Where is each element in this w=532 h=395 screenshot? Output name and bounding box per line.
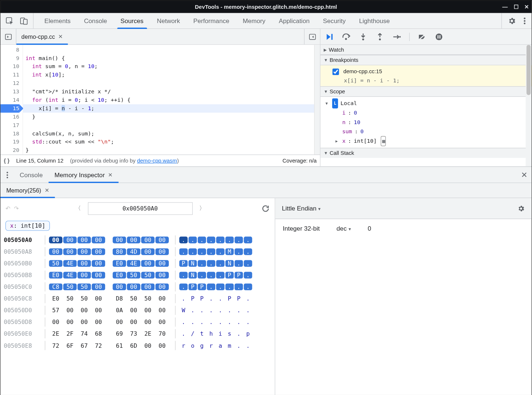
page-prev-icon[interactable]: 〈	[75, 205, 81, 212]
file-tab-label: demo-cpp.cc	[21, 33, 55, 40]
scope-var-x[interactable]: ▶x: int[10]▦	[335, 136, 531, 146]
svg-rect-8	[331, 34, 332, 40]
svg-rect-16	[439, 35, 440, 38]
refresh-icon[interactable]	[261, 204, 270, 213]
watch-section-header[interactable]: ▶Watch	[320, 45, 532, 55]
tab-elements[interactable]: Elements	[38, 13, 77, 28]
deactivate-breakpoints-icon[interactable]	[417, 31, 427, 41]
file-tab-strip: demo-cpp.cc ✕	[0, 29, 320, 45]
scope-section-header[interactable]: ▼Scope	[320, 86, 532, 97]
file-tab-demo-cpp[interactable]: demo-cpp.cc ✕	[16, 29, 68, 44]
settings-gear-icon[interactable]	[508, 16, 516, 25]
scope-local-header[interactable]: ▼L Local	[325, 98, 532, 108]
window-title: DevTools - memory-inspector.glitch.me/de…	[195, 4, 337, 10]
svg-point-17	[6, 172, 8, 173]
debugger-toggle-icon[interactable]	[304, 29, 320, 44]
drawer-more-icon[interactable]	[0, 167, 14, 182]
close-icon[interactable]: ✕	[58, 34, 63, 40]
window-minimize-icon[interactable]: —	[502, 4, 508, 10]
value-panel-header: Little Endian ▾	[275, 198, 532, 219]
code-editor[interactable]: int main() { int sum = 0, n = 10; int x[…	[23, 45, 314, 154]
svg-point-10	[362, 38, 364, 40]
pause-on-exceptions-icon[interactable]	[434, 31, 444, 41]
svg-point-3	[524, 17, 526, 19]
breakpoint-label: demo-cpp.cc:15	[343, 68, 382, 74]
breakpoints-section-header[interactable]: ▼Breakpoints	[320, 55, 532, 66]
address-input[interactable]: 0x005050A0	[88, 202, 193, 215]
breakpoint-checkbox[interactable]	[332, 68, 339, 75]
editor-status-bar: { } Line 15, Column 12 (provided via deb…	[0, 154, 320, 166]
drawer-tab-console[interactable]: Console	[14, 167, 49, 182]
object-highlight-tag[interactable]: x: int[10]	[5, 221, 50, 231]
step-icon[interactable]	[392, 31, 402, 41]
tab-security[interactable]: Security	[316, 13, 353, 28]
wasm-link[interactable]: demo-cpp.wasm	[137, 157, 177, 164]
history-back-icon[interactable]: ↶	[5, 205, 11, 212]
scope-var-n[interactable]: n: 10	[335, 118, 531, 127]
main-tab-strip: ElementsConsoleSourcesNetworkPerformance…	[0, 13, 532, 29]
cursor-position: Line 15, Column 12	[16, 157, 63, 164]
reveal-in-memory-icon[interactable]: ▦	[381, 136, 386, 146]
tab-memory[interactable]: Memory	[236, 13, 272, 28]
scope-var-sum[interactable]: sum: 0	[335, 127, 531, 136]
endianness-toggle[interactable]: Little Endian ▾	[282, 205, 321, 212]
step-over-icon[interactable]	[341, 31, 351, 41]
svg-point-11	[379, 38, 381, 40]
hex-row[interactable]: 005050E8726F6772616D0000rogram..	[4, 340, 271, 351]
tab-performance[interactable]: Performance	[187, 13, 236, 28]
drawer-tab-memory-inspector[interactable]: Memory Inspector✕	[49, 167, 119, 182]
hex-row[interactable]: 005050C8E0505000D8505000.PP..PP.	[4, 293, 271, 305]
drawer-tab-strip: Console Memory Inspector✕ ✕	[0, 167, 532, 183]
debug-toolbar	[320, 29, 532, 45]
hex-row[interactable]: 005050D0570000000A000000W.......	[4, 305, 271, 316]
more-menu-icon[interactable]	[524, 16, 526, 25]
scrollbar-vertical[interactable]	[314, 45, 320, 154]
svg-point-9	[345, 38, 347, 40]
window-titlebar: DevTools - memory-inspector.glitch.me/de…	[0, 0, 532, 13]
debug-info-source: (provided via debug info by demo-cpp.was…	[70, 157, 179, 164]
navigator-toggle-icon[interactable]	[0, 29, 16, 44]
window-maximize-icon[interactable]: ☐	[514, 4, 519, 10]
hex-row[interactable]: 005050A00000000000000000........	[4, 234, 271, 246]
value-panel-body: Integer 32-bit dec ▾ 0	[275, 219, 532, 238]
device-toolbar-icon[interactable]	[20, 16, 28, 25]
tab-network[interactable]: Network	[150, 13, 187, 28]
page-next-icon[interactable]: 〉	[199, 205, 205, 212]
value-settings-gear-icon[interactable]	[517, 205, 525, 212]
svg-point-12	[399, 36, 401, 37]
scope-var-i[interactable]: i: 0	[335, 108, 531, 118]
step-into-icon[interactable]	[358, 31, 368, 41]
svg-point-14	[436, 33, 442, 40]
hex-row[interactable]: 005050C0C850500000000000.PP.....	[4, 281, 271, 293]
history-fwd-icon[interactable]: ↷	[14, 205, 19, 212]
tab-application[interactable]: Application	[272, 13, 316, 28]
value-format-select[interactable]: dec ▾	[336, 225, 351, 232]
scrollbar-vertical[interactable]	[526, 45, 532, 166]
hex-row[interactable]: 005050B8E04E0000E0505000.N...PP.	[4, 269, 271, 281]
memory-subtab[interactable]: Memory(256)✕	[0, 183, 55, 198]
value-type-label: Integer 32-bit	[283, 225, 320, 232]
value-display: 0	[368, 225, 371, 232]
tab-sources[interactable]: Sources	[114, 13, 150, 28]
svg-point-19	[6, 176, 8, 178]
hex-row[interactable]: 005050A800000000804D0000.....M..	[4, 246, 271, 258]
hex-row[interactable]: 005050B0504E0000E04E0000PN...N..	[4, 258, 271, 269]
pretty-print-icon[interactable]: { }	[4, 157, 10, 164]
coverage-status: Coverage: n/a	[282, 157, 316, 164]
line-gutter[interactable]: 891011121314151617181920	[0, 45, 23, 154]
close-icon[interactable]: ✕	[45, 187, 49, 193]
drawer-close-icon[interactable]: ✕	[517, 167, 532, 182]
close-icon[interactable]: ✕	[108, 172, 113, 178]
hex-row[interactable]: 005050E02E2F746869732E70./this.p	[4, 328, 271, 340]
tab-console[interactable]: Console	[77, 13, 114, 28]
hex-viewer[interactable]: 005050A00000000000000000........005050A8…	[0, 234, 275, 351]
hex-row[interactable]: 005050D80000000000000000........	[4, 316, 271, 328]
step-out-icon[interactable]	[375, 31, 385, 41]
callstack-section-header[interactable]: ▼Call Stack	[320, 148, 532, 158]
breakpoint-snippet: x[i] = n - i - 1;	[331, 78, 527, 84]
inspect-element-icon[interactable]	[5, 16, 14, 25]
breakpoint-item[interactable]: demo-cpp.cc:15 x[i] = n - i - 1;	[320, 65, 532, 86]
resume-icon[interactable]	[325, 31, 335, 41]
window-close-icon[interactable]: ✕	[524, 4, 529, 10]
tab-lighthouse[interactable]: Lighthouse	[352, 13, 397, 28]
